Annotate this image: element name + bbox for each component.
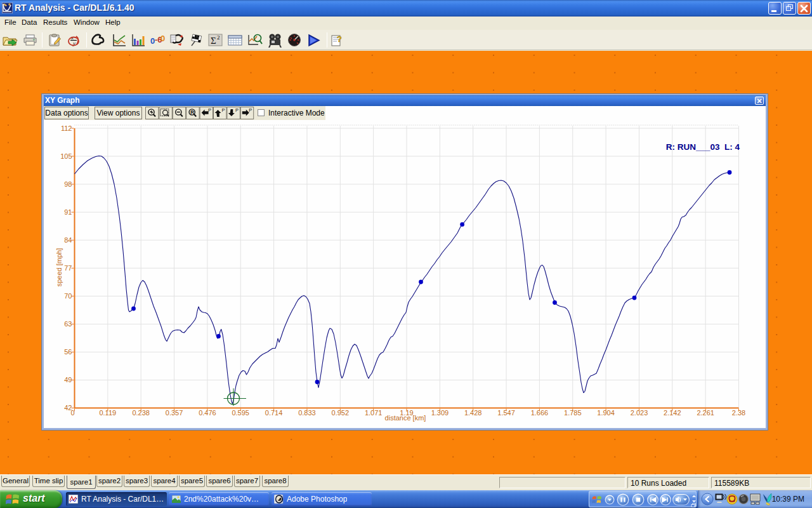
svg-text:P: P <box>235 107 239 113</box>
svg-text:P: P <box>208 107 211 113</box>
svg-text:105: 105 <box>60 152 72 160</box>
svg-text:112: 112 <box>61 124 72 132</box>
svg-text:1.428: 1.428 <box>464 409 482 417</box>
svg-text:0.357: 0.357 <box>166 409 183 417</box>
svg-text:distance [km]: distance [km] <box>385 414 426 422</box>
svg-text:0.952: 0.952 <box>332 409 350 417</box>
svg-text:Σ: Σ <box>211 36 216 46</box>
svg-text:91: 91 <box>64 208 72 216</box>
svg-text:R: R <box>190 109 194 116</box>
svg-text:63: 63 <box>64 320 72 328</box>
svg-text:R: RUN___03 L: 4: R: RUN___03 L: 4 <box>666 142 740 152</box>
svg-text:0.119: 0.119 <box>99 409 116 417</box>
svg-text:1.071: 1.071 <box>365 409 383 417</box>
svg-text:2.142: 2.142 <box>664 409 681 417</box>
svg-text:speed [mph]: speed [mph] <box>55 248 63 287</box>
svg-text:84: 84 <box>64 236 72 244</box>
svg-text:2.023: 2.023 <box>631 409 648 417</box>
svg-text:42: 42 <box>64 404 72 411</box>
svg-text:1.547: 1.547 <box>497 409 515 417</box>
svg-text:2.261: 2.261 <box>697 409 714 417</box>
svg-text:1.904: 1.904 <box>597 409 615 417</box>
svg-text:77: 77 <box>64 264 72 272</box>
svg-text:P: P <box>249 107 252 113</box>
svg-text:0.714: 0.714 <box>265 409 283 417</box>
svg-text:0.595: 0.595 <box>232 409 249 417</box>
svg-text:70: 70 <box>64 292 72 300</box>
svg-text:1.666: 1.666 <box>531 409 549 417</box>
svg-text:1.309: 1.309 <box>431 409 449 417</box>
svg-text:?: ? <box>337 34 342 44</box>
svg-text:98: 98 <box>64 180 72 188</box>
svg-text:0.238: 0.238 <box>132 409 150 417</box>
svg-text:0.476: 0.476 <box>199 409 216 417</box>
svg-text:0.833: 0.833 <box>298 409 316 417</box>
svg-text:2.38: 2.38 <box>732 409 745 417</box>
svg-text:56: 56 <box>64 348 72 356</box>
svg-text:P: P <box>222 107 225 113</box>
svg-text:2: 2 <box>217 34 220 41</box>
svg-text:1.785: 1.785 <box>564 409 582 417</box>
svg-text:0: 0 <box>160 34 165 43</box>
svg-text:49: 49 <box>64 376 72 384</box>
